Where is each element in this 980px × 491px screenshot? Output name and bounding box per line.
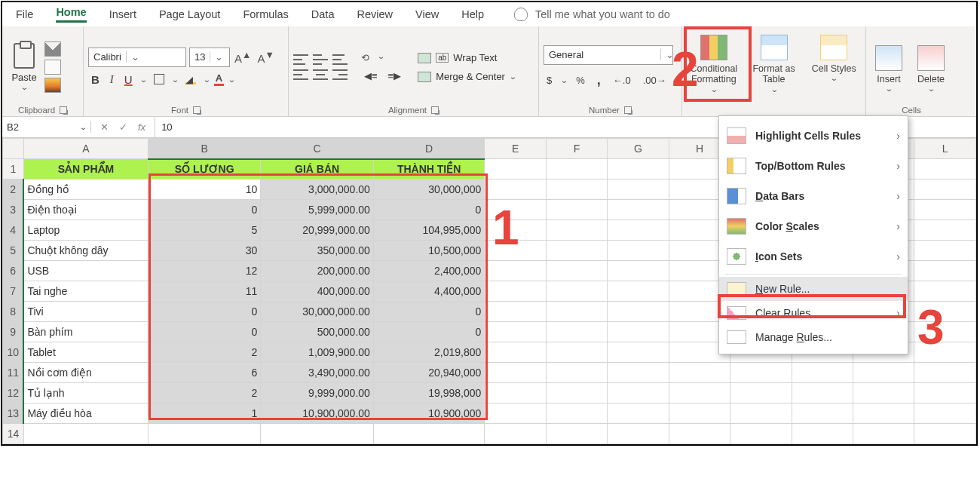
cell-qty[interactable]: 30 bbox=[149, 241, 261, 261]
cell-total[interactable]: 2,019,800 bbox=[373, 342, 485, 363]
font-size-combo[interactable]: 13⌄ bbox=[189, 48, 230, 67]
cell-total[interactable]: 10,900,000 bbox=[373, 404, 485, 424]
copy-button[interactable] bbox=[44, 60, 61, 75]
row-header[interactable]: 10 bbox=[3, 342, 24, 363]
comma-button[interactable]: , bbox=[594, 71, 604, 90]
row-header[interactable]: 5 bbox=[3, 241, 24, 261]
tab-home[interactable]: Home bbox=[56, 6, 86, 23]
cell-total[interactable]: 0 bbox=[373, 322, 485, 342]
number-dialog-launcher[interactable] bbox=[624, 106, 632, 114]
cell-total[interactable]: 30,000,000 bbox=[373, 180, 485, 200]
formula-value[interactable]: 10 bbox=[155, 121, 172, 133]
cell-product[interactable]: Tai nghe bbox=[23, 281, 148, 302]
row-header[interactable]: 4 bbox=[3, 220, 24, 241]
align-middle-button[interactable] bbox=[313, 54, 328, 65]
cancel-formula-button[interactable]: ✕ bbox=[100, 121, 109, 133]
tab-file[interactable]: File bbox=[16, 8, 33, 20]
percent-button[interactable]: % bbox=[573, 73, 588, 87]
col-header-D[interactable]: D bbox=[373, 139, 485, 159]
cell-qty[interactable]: 10 bbox=[149, 180, 261, 200]
clipboard-dialog-launcher[interactable] bbox=[60, 106, 67, 114]
italic-button[interactable]: I bbox=[107, 72, 117, 87]
cell-qty[interactable]: 0 bbox=[149, 322, 261, 342]
table-header[interactable]: SỐ LƯỢNG bbox=[149, 159, 261, 180]
merge-center-button[interactable]: Merge & Center⌄ bbox=[418, 71, 516, 82]
align-bottom-button[interactable] bbox=[332, 54, 348, 65]
insert-cells-button[interactable]: Insert⌄ bbox=[871, 45, 907, 94]
tab-help[interactable]: Help bbox=[461, 8, 484, 20]
select-all-corner[interactable] bbox=[3, 139, 24, 159]
menu-top-bottom-rules[interactable]: Top/Bottom Rules› bbox=[719, 151, 908, 181]
cell-total[interactable]: 0 bbox=[373, 302, 485, 322]
cell-total[interactable]: 4,400,000 bbox=[373, 281, 485, 302]
table-header[interactable]: GIÁ BÁN bbox=[261, 159, 374, 180]
cell-total[interactable]: 0 bbox=[373, 200, 485, 220]
fill-color-button[interactable]: ◢ bbox=[182, 72, 199, 86]
currency-button[interactable]: $ bbox=[544, 73, 555, 87]
menu-icon-sets[interactable]: Icon Sets› bbox=[719, 241, 908, 272]
align-right-button[interactable] bbox=[332, 69, 348, 80]
borders-button[interactable] bbox=[151, 72, 167, 86]
font-color-button[interactable]: A bbox=[214, 72, 224, 86]
tab-review[interactable]: Review bbox=[357, 8, 393, 20]
menu-data-bars[interactable]: Data Bars› bbox=[719, 181, 908, 211]
align-left-button[interactable] bbox=[293, 69, 308, 80]
tab-page-layout[interactable]: Page Layout bbox=[159, 8, 220, 20]
row-header[interactable]: 9 bbox=[3, 322, 24, 342]
cell-price[interactable]: 30,000,000.00 bbox=[261, 302, 374, 322]
cut-button[interactable] bbox=[44, 41, 61, 57]
cell-price[interactable]: 400,000.00 bbox=[261, 281, 374, 302]
cell-total[interactable]: 10,500,000 bbox=[373, 241, 485, 261]
cell-qty[interactable]: 0 bbox=[149, 302, 261, 322]
col-header-B[interactable]: B bbox=[149, 139, 261, 159]
tab-view[interactable]: View bbox=[415, 8, 439, 20]
menu-highlight-rules[interactable]: Highlight Cells Rules› bbox=[719, 121, 908, 151]
cell-product[interactable]: Bàn phím bbox=[23, 322, 148, 342]
decrease-indent-button[interactable]: ◀≡ bbox=[361, 69, 381, 83]
cell-product[interactable]: USB bbox=[23, 261, 148, 281]
cell-product[interactable]: Tablet bbox=[23, 342, 148, 363]
cell-qty[interactable]: 5 bbox=[149, 220, 261, 241]
table-header[interactable]: THÀNH TIỀN bbox=[373, 159, 485, 180]
cell-qty[interactable]: 12 bbox=[149, 261, 261, 281]
cell-price[interactable]: 500,000.00 bbox=[261, 322, 374, 342]
cell-product[interactable]: Đồng hồ bbox=[23, 180, 148, 200]
table-header[interactable]: SẢN PHẨM bbox=[23, 159, 148, 180]
decrease-decimal-button[interactable]: .00→ bbox=[640, 73, 669, 87]
col-header-C[interactable]: C bbox=[261, 139, 374, 159]
cell-product[interactable]: Nồi cơm điện bbox=[23, 363, 148, 383]
cell-price[interactable]: 10,900,000.00 bbox=[261, 404, 374, 424]
row-header[interactable]: 2 bbox=[3, 180, 24, 200]
align-center-button[interactable] bbox=[313, 69, 328, 80]
col-header-A[interactable]: A bbox=[23, 139, 148, 159]
cell-product[interactable]: Điện thoại bbox=[23, 200, 148, 220]
bold-button[interactable]: B bbox=[88, 72, 103, 87]
tell-me[interactable]: Tell me what you want to do bbox=[514, 8, 670, 21]
row-header[interactable]: 1 bbox=[3, 159, 24, 180]
name-box[interactable]: B2⌄ bbox=[2, 121, 91, 133]
row-header[interactable]: 6 bbox=[3, 261, 24, 281]
cell-price[interactable]: 1,009,900.00 bbox=[261, 342, 374, 363]
menu-clear-rules[interactable]: Clear Rules› bbox=[719, 301, 908, 325]
row-header[interactable]: 11 bbox=[3, 363, 24, 383]
fx-button[interactable]: fx bbox=[138, 121, 145, 133]
align-top-button[interactable] bbox=[293, 54, 308, 65]
tab-formulas[interactable]: Formulas bbox=[243, 8, 288, 20]
cell-product[interactable]: Laptop bbox=[23, 220, 148, 241]
cell-price[interactable]: 3,490,000.00 bbox=[261, 363, 374, 383]
cell-qty[interactable]: 11 bbox=[149, 281, 261, 302]
cell-product[interactable]: Chuột không dây bbox=[23, 241, 148, 261]
delete-cells-button[interactable]: Delete⌄ bbox=[913, 45, 949, 94]
cell-product[interactable]: Máy điều hòa bbox=[23, 404, 148, 424]
cell-styles-button[interactable]: Cell Styles⌄ bbox=[807, 35, 861, 83]
format-painter-button[interactable] bbox=[44, 78, 61, 93]
row-header[interactable]: 7 bbox=[3, 281, 24, 302]
col-header-F[interactable]: F bbox=[546, 139, 607, 159]
cell-price[interactable]: 200,000.00 bbox=[261, 261, 374, 281]
cell-qty[interactable]: 6 bbox=[149, 363, 261, 383]
increase-decimal-button[interactable]: ←.0 bbox=[610, 73, 634, 87]
col-header-G[interactable]: G bbox=[608, 139, 669, 159]
font-name-combo[interactable]: Calibri⌄ bbox=[88, 48, 186, 67]
cell-total[interactable]: 104,995,000 bbox=[373, 220, 485, 241]
orientation-button[interactable]: ⟲ bbox=[361, 52, 373, 64]
